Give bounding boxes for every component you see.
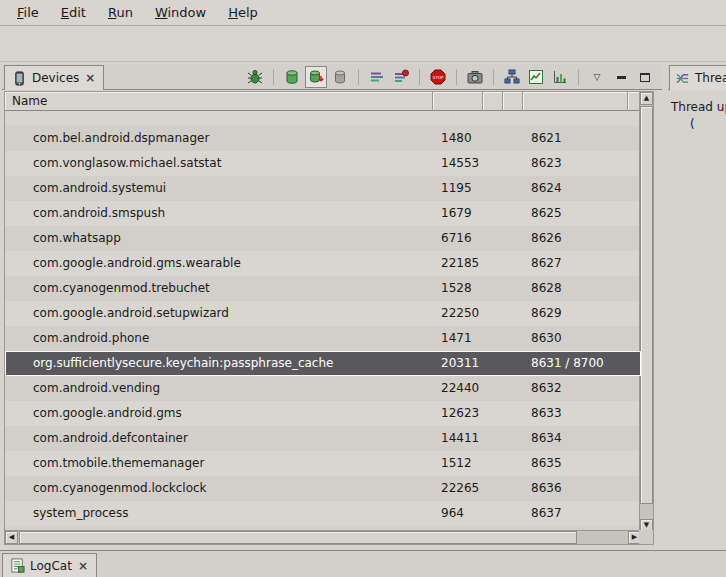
- process-pid: 1195: [441, 176, 472, 201]
- view-menu-icon[interactable]: ▽: [586, 66, 608, 88]
- menu-item[interactable]: File: [6, 1, 50, 24]
- threads-icon: [675, 71, 690, 86]
- toolbar-separator: [358, 69, 359, 85]
- toolbar-separator: [578, 69, 579, 85]
- process-name: com.android.systemui: [33, 176, 166, 201]
- close-icon[interactable]: ×: [77, 559, 89, 573]
- stop-label: STOP: [432, 75, 444, 80]
- scroll-up-icon[interactable]: ▲: [640, 92, 653, 105]
- process-table: Name com.bel.android.dspmanager 1480 862…: [4, 91, 654, 545]
- minimize-icon[interactable]: [610, 66, 632, 88]
- threads-tabbar: Threads: [668, 64, 726, 90]
- maximize-icon[interactable]: [634, 66, 656, 88]
- process-row[interactable]: com.android.vending 22440 8632: [5, 376, 641, 401]
- main-toolbar-area: [0, 26, 726, 62]
- column-header-port[interactable]: [523, 92, 628, 111]
- process-row[interactable]: org.sufficientlysecure.keychain:passphra…: [5, 351, 641, 376]
- process-pid: 22265: [441, 476, 479, 501]
- process-row[interactable]: com.android.smspush 1679 8625: [5, 201, 641, 226]
- process-pid: 22440: [441, 376, 479, 401]
- update-threads-icon[interactable]: [366, 66, 388, 88]
- process-row[interactable]: com.cyanogenmod.lockclock 22265 8636: [5, 476, 641, 501]
- threads-message: Thread up: [671, 100, 726, 114]
- process-name: com.google.android.gms: [33, 401, 182, 426]
- update-heap-icon[interactable]: [281, 66, 303, 88]
- threads-message: (: [690, 117, 695, 131]
- process-port: 8627: [531, 251, 562, 276]
- toolbar-separator: [456, 69, 457, 85]
- process-name: com.vonglasow.michael.satstat: [33, 151, 221, 176]
- process-row[interactable]: com.whatsapp 6716 8626: [5, 226, 641, 251]
- process-row[interactable]: system_process 964 8637: [5, 501, 641, 526]
- process-row[interactable]: com.cyanogenmod.trebuchet 1528 8628: [5, 276, 641, 301]
- process-row[interactable]: com.google.android.setupwizard 22250 862…: [5, 301, 641, 326]
- capture-systrace-icon[interactable]: [525, 66, 547, 88]
- screen-capture-icon[interactable]: [464, 66, 486, 88]
- start-method-profiling-icon[interactable]: [390, 66, 412, 88]
- process-port: 8625: [531, 201, 562, 226]
- process-row[interactable]: com.vonglasow.michael.satstat 14553 8623: [5, 151, 641, 176]
- process-list: com.bel.android.dspmanager 1480 8621 com…: [5, 111, 641, 532]
- tab-devices-label: Devices: [32, 71, 79, 85]
- column-header-pid[interactable]: [433, 92, 483, 111]
- process-row[interactable]: com.google.android.gms.wearable 22185 86…: [5, 251, 641, 276]
- ddms-window: File Edit Run Window Help Devices ×: [0, 0, 726, 577]
- process-pid: 964: [441, 501, 464, 526]
- toolbar-separator: [493, 69, 494, 85]
- tab-threads[interactable]: Threads: [669, 65, 726, 90]
- tab-devices[interactable]: Devices ×: [4, 65, 104, 90]
- column-header-name[interactable]: Name: [5, 92, 433, 111]
- menu-item[interactable]: Run: [97, 1, 144, 24]
- process-row[interactable]: com.android.defcontainer 14411 8634: [5, 426, 641, 451]
- tab-logcat[interactable]: LogCat ×: [2, 553, 97, 577]
- process-name: com.tmobile.thememanager: [33, 451, 204, 476]
- allocation-tracker-icon[interactable]: [549, 66, 571, 88]
- process-name: com.whatsapp: [33, 226, 121, 251]
- process-port: 8637: [531, 501, 562, 526]
- column-header-2[interactable]: [483, 92, 503, 111]
- cause-gc-icon[interactable]: [329, 66, 351, 88]
- process-row[interactable]: com.android.phone 1471 8630: [5, 326, 641, 351]
- vertical-scrollbar[interactable]: ▲ ▼: [639, 92, 653, 532]
- process-port: 8634: [531, 426, 562, 451]
- menu-item[interactable]: Window: [144, 1, 217, 24]
- process-pid: 20311: [441, 351, 479, 376]
- horizontal-scrollbar[interactable]: ◀ ▶: [5, 530, 641, 544]
- dump-hprof-icon[interactable]: [305, 66, 327, 88]
- process-name: system_process: [33, 501, 129, 526]
- toolbar-separator: [273, 69, 274, 85]
- process-port: 8621: [531, 126, 562, 151]
- process-name: com.google.android.gms.wearable: [33, 251, 241, 276]
- process-port: 8632: [531, 376, 562, 401]
- debug-process-icon[interactable]: [244, 66, 266, 88]
- process-row[interactable]: com.bel.android.dspmanager 1480 8621: [5, 126, 641, 151]
- stop-process-icon[interactable]: STOP: [427, 66, 449, 88]
- process-row[interactable]: com.google.android.gms 12623 8633: [5, 401, 641, 426]
- scroll-left-icon[interactable]: ◀: [5, 531, 18, 544]
- process-port: 8623: [531, 151, 562, 176]
- process-port: 8628: [531, 276, 562, 301]
- process-port: 8626: [531, 226, 562, 251]
- process-name: org.sufficientlysecure.keychain:passphra…: [33, 351, 333, 376]
- process-pid: 1471: [441, 326, 472, 351]
- process-pid: 1679: [441, 201, 472, 226]
- logcat-tabbar: LogCat ×: [0, 550, 726, 577]
- logcat-icon: [10, 558, 25, 573]
- vertical-scrollbar-thumb[interactable]: [640, 106, 653, 504]
- process-port: 8633: [531, 401, 562, 426]
- horizontal-scrollbar-thumb[interactable]: [19, 531, 577, 544]
- close-icon[interactable]: ×: [84, 71, 96, 85]
- devices-panel: Devices ×: [2, 64, 662, 550]
- process-row[interactable]: com.android.systemui 1195 8624: [5, 176, 641, 201]
- menu-bar: File Edit Run Window Help: [0, 0, 726, 26]
- partial-row: [5, 111, 641, 126]
- process-name: com.google.android.setupwizard: [33, 301, 229, 326]
- column-header-3[interactable]: [503, 92, 523, 111]
- menu-item[interactable]: Help: [217, 1, 269, 24]
- table-header: Name: [5, 92, 641, 111]
- menu-item[interactable]: Edit: [50, 1, 97, 24]
- process-name: com.android.defcontainer: [33, 426, 188, 451]
- devices-toolbar: STOP ▽: [244, 66, 656, 88]
- process-row[interactable]: com.tmobile.thememanager 1512 8635: [5, 451, 641, 476]
- dump-view-hierarchy-icon[interactable]: [501, 66, 523, 88]
